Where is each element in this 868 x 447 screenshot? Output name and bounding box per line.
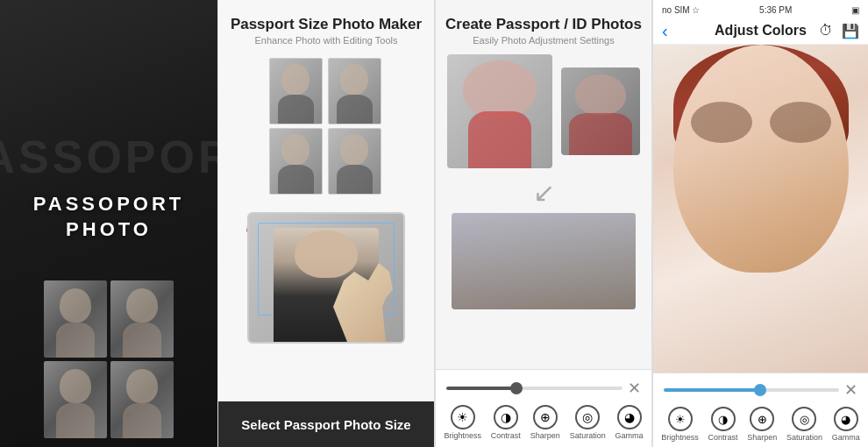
toolbar-gamma[interactable]: Gamma <box>615 405 644 440</box>
panel4-toolbar: ✕ Brightness Contrast Sharpen Saturation… <box>653 372 868 447</box>
panel1-photo-grid <box>0 280 217 447</box>
grid-item-2 <box>328 58 381 124</box>
toolbar-brightness[interactable]: Brightness <box>444 405 481 440</box>
panel1-bg-text: PASSOPORT <box>0 134 217 180</box>
saturation-label: Saturation <box>570 431 606 440</box>
photo-thumb-2 <box>110 280 174 358</box>
panel2-passport-maker: Passport Size Photo Maker Enhance Photo … <box>217 0 435 447</box>
photo-strip-top <box>44 280 174 358</box>
p4-gamma-label: Gamma <box>832 433 860 442</box>
photo-thumb-3 <box>44 361 107 438</box>
save-icon[interactable]: 💾 <box>842 23 859 39</box>
history-icon[interactable]: ⏱ <box>819 23 833 39</box>
toolbar-sharpen[interactable]: Sharpen <box>530 405 560 440</box>
camera-frame <box>247 212 405 344</box>
battery-icon: ▣ <box>851 5 859 15</box>
photo-strip-bottom <box>44 361 174 438</box>
panel2-footer-text: Select Passport Photo Size <box>241 417 410 432</box>
p4-saturation-icon <box>792 407 816 431</box>
panel2-footer[interactable]: Select Passport Photo Size <box>218 401 434 447</box>
p3-group-photo <box>452 213 636 309</box>
panel4-photo-area <box>653 45 868 372</box>
p4-slider-row[interactable]: ✕ <box>657 380 864 407</box>
p3-photo-woman-small <box>561 67 640 155</box>
p4-gamma[interactable]: Gamma <box>832 407 860 442</box>
panel3-subtitle: Easily Photo Adjustment Settings <box>473 35 614 46</box>
arrow-curved-icon: ↙ <box>533 177 555 208</box>
panel2-title: Passport Size Photo Maker <box>231 16 422 33</box>
photo-thumb-1 <box>44 280 107 358</box>
p4-toolbar-icons: Brightness Contrast Sharpen Saturation G… <box>657 407 864 442</box>
panel4-header: ‹ Adjust Colors ⏱ 💾 <box>653 19 868 45</box>
panel3-title: Create Passport / ID Photos <box>445 16 642 33</box>
status-bar: no SIM ☆ 5:36 PM ▣ <box>653 0 868 19</box>
p4-sharpen-icon <box>750 407 774 431</box>
p4-brightness[interactable]: Brightness <box>661 407 699 442</box>
photo-thumb-4 <box>110 361 174 438</box>
p3-photo-woman-selfie <box>447 54 552 168</box>
p4-saturation[interactable]: Saturation <box>786 407 822 442</box>
saturation-icon <box>575 405 600 429</box>
grid-item-3 <box>269 128 323 195</box>
toolbar-saturation[interactable]: Saturation <box>570 405 606 440</box>
header-icons: ⏱ 💾 <box>819 23 859 39</box>
p4-brightness-icon <box>668 407 693 431</box>
panel4-title: Adjust Colors <box>715 23 807 39</box>
p4-slider-dot <box>754 384 766 396</box>
panel1-dark: PASSOPORT PASSOPORT PHOTO <box>0 0 217 447</box>
toolbar-contrast[interactable]: Contrast <box>491 405 521 440</box>
p4-contrast-label: Contrast <box>708 433 738 442</box>
carrier-text: no SIM ☆ <box>662 5 700 15</box>
back-button[interactable]: ‹ <box>662 21 668 41</box>
gamma-label: Gamma <box>615 431 644 440</box>
panel3-toolbar: ✕ Brightness Contrast Sharpen Saturation… <box>436 369 651 447</box>
p4-sharpen-label: Sharpen <box>747 433 777 442</box>
p4-sharpen[interactable]: Sharpen <box>747 407 777 442</box>
contrast-label: Contrast <box>491 431 521 440</box>
brightness-icon <box>451 405 475 429</box>
slider-dot <box>510 382 523 394</box>
panel1-title: PASSOPORT PHOTO <box>33 192 185 242</box>
panel4-adjust-colors: no SIM ☆ 5:36 PM ▣ ‹ Adjust Colors ⏱ 💾 ✕… <box>652 0 868 447</box>
contrast-icon <box>494 405 518 429</box>
status-bar-right: ▣ <box>851 5 859 15</box>
panel3-create: Create Passport / ID Photos Easily Photo… <box>435 0 652 447</box>
panel3-top-photos <box>447 54 640 168</box>
passport-grid <box>269 58 383 195</box>
gamma-icon <box>617 405 642 429</box>
grid-item-1 <box>269 58 323 124</box>
close-icon[interactable]: ✕ <box>628 379 641 398</box>
grid-item-4 <box>328 128 381 195</box>
p4-brightness-label: Brightness <box>661 433 699 442</box>
sharpen-icon <box>533 405 558 429</box>
p4-contrast[interactable]: Contrast <box>708 407 738 442</box>
p4-saturation-label: Saturation <box>786 433 822 442</box>
panel2-subtitle: Enhance Photo with Editing Tools <box>254 35 397 46</box>
slider-brightness[interactable] <box>446 387 623 390</box>
toolbar-icons: Brightness Contrast Sharpen Saturation G… <box>439 405 648 440</box>
brightness-label: Brightness <box>444 431 481 440</box>
p4-gamma-icon <box>834 407 858 431</box>
sharpen-label: Sharpen <box>530 431 560 440</box>
p4-contrast-icon <box>711 407 736 431</box>
toolbar-slider-row[interactable]: ✕ <box>439 379 648 405</box>
time-text: 5:36 PM <box>759 5 792 15</box>
p4-close-icon[interactable]: ✕ <box>844 380 857 400</box>
p4-slider[interactable] <box>664 388 839 392</box>
